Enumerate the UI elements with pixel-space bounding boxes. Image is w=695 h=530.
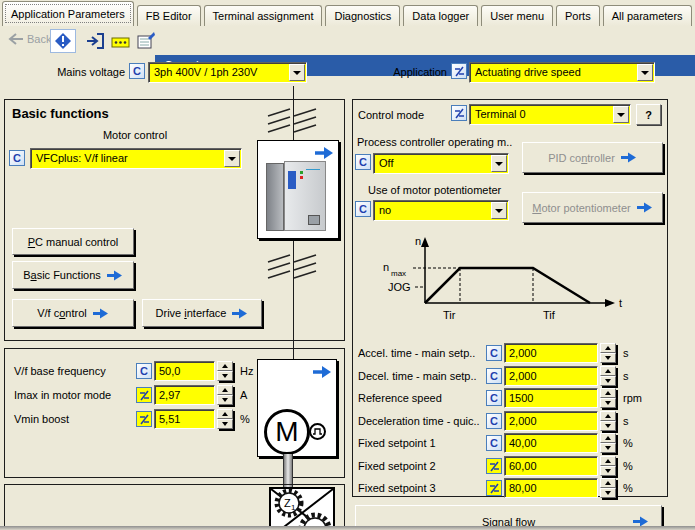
spin-up-icon[interactable]	[600, 433, 616, 443]
imax-motor-mode-input[interactable]	[154, 385, 215, 405]
inverter-logo-line	[306, 169, 320, 170]
spin-up-icon[interactable]	[600, 456, 616, 466]
spin-down-icon[interactable]	[600, 398, 616, 408]
reference-speed-input[interactable]	[504, 388, 598, 408]
spin-up-icon[interactable]	[600, 343, 616, 353]
spin-up-icon[interactable]	[600, 411, 616, 421]
properties-toolbar-button[interactable]	[133, 28, 159, 52]
application-combobox[interactable]: Actuating drive speed	[469, 62, 655, 83]
navigate-arrow-icon	[636, 201, 653, 214]
tab-all-parameters[interactable]: All parameters	[603, 5, 692, 26]
dropdown-arrow-icon[interactable]	[491, 155, 507, 172]
imax-motor-mode-stepper[interactable]	[217, 385, 233, 405]
drive-device-box[interactable]	[257, 140, 339, 239]
motor-symbol: M	[264, 409, 310, 455]
spin-down-icon[interactable]	[600, 466, 616, 476]
spin-up-icon[interactable]	[217, 361, 233, 371]
diagnostics-toolbar-button[interactable]	[50, 29, 76, 53]
unit-label: rpm	[623, 392, 642, 404]
spin-down-icon[interactable]	[600, 488, 616, 498]
spin-down-icon[interactable]	[217, 419, 233, 429]
pid-controller-button[interactable]: PID controller	[522, 142, 663, 173]
reference-speed-stepper[interactable]	[600, 388, 616, 408]
field-label: V/f base frequency	[14, 365, 106, 377]
motor-potentiometer-combobox[interactable]: no	[373, 200, 509, 221]
navigate-arrow-icon	[231, 307, 248, 320]
nmax-sub-label: max	[391, 269, 406, 278]
motor-control-combobox[interactable]: VFCplus: V/f linear	[30, 148, 242, 169]
field-label: Reference speed	[358, 392, 442, 404]
spin-down-icon[interactable]	[600, 353, 616, 363]
vf-base-frequency-input[interactable]	[154, 361, 215, 381]
control-mode-combobox[interactable]: Terminal 0	[469, 104, 631, 125]
accel-time-stepper[interactable]	[600, 343, 616, 363]
tab-diagnostics[interactable]: Diagnostics	[325, 5, 400, 26]
application-label: Application	[392, 66, 447, 78]
tab-data-logger[interactable]: Data logger	[403, 5, 478, 26]
c-badge-motor-control: C	[9, 150, 25, 166]
inverter-led-red	[300, 176, 303, 179]
pc-manual-control-button[interactable]: PC manual control	[12, 228, 134, 255]
control-mode-label: Control mode	[358, 109, 424, 121]
basic-functions-button[interactable]: Basic Functions	[12, 261, 134, 289]
toolbar: Back	[0, 26, 695, 55]
spin-down-icon[interactable]	[600, 443, 616, 453]
gearbox-icon: Z 1	[269, 487, 335, 530]
c-badge-mains: C	[129, 63, 145, 79]
navigate-arrow-icon	[312, 365, 332, 379]
unit-label: s	[623, 415, 629, 427]
motor-control-label: Motor control	[30, 129, 240, 141]
unit-label: %	[623, 482, 633, 494]
dropdown-arrow-icon[interactable]	[491, 202, 507, 219]
spin-up-icon[interactable]	[600, 388, 616, 398]
fixed-setpoint-3-stepper[interactable]	[600, 478, 616, 498]
spin-up-icon[interactable]	[217, 385, 233, 395]
tab-application-parameters[interactable]: Application Parameters	[2, 1, 134, 26]
vmin-boost-input[interactable]	[154, 409, 215, 429]
spin-up-icon[interactable]	[600, 478, 616, 488]
accel-time-input[interactable]	[504, 343, 598, 363]
online-changeable-badge-application	[451, 63, 467, 79]
spin-down-icon[interactable]	[217, 371, 233, 381]
spin-down-icon[interactable]	[217, 395, 233, 405]
tab-ports[interactable]: Ports	[556, 5, 600, 26]
vf-control-button[interactable]: V/f control	[12, 299, 134, 327]
spin-up-icon[interactable]	[217, 409, 233, 419]
navigate-arrow-icon	[92, 307, 109, 320]
goto-toolbar-button[interactable]	[82, 29, 108, 53]
basic-functions-title: Basic functions	[12, 106, 109, 121]
spin-up-icon[interactable]	[600, 366, 616, 376]
back-button[interactable]: Back	[8, 33, 51, 45]
fixed-setpoint-2-stepper[interactable]	[600, 456, 616, 476]
process-controller-combobox[interactable]: Off	[373, 153, 509, 174]
enter-arrow-icon	[85, 33, 105, 49]
fixed-setpoint-2-input[interactable]	[504, 456, 598, 476]
dropdown-arrow-icon[interactable]	[289, 64, 305, 81]
dropdown-arrow-icon[interactable]	[637, 64, 653, 81]
spin-down-icon[interactable]	[600, 421, 616, 431]
fixed-setpoint-3-input[interactable]	[504, 478, 598, 498]
mains-voltage-combobox[interactable]: 3ph 400V / 1ph 230V	[148, 62, 307, 83]
decel-time-stepper[interactable]	[600, 366, 616, 386]
axis-n-label: n	[415, 235, 421, 247]
quick-stop-decel-input[interactable]	[504, 411, 598, 431]
process-controller-label: Process controller operating m..	[357, 136, 512, 148]
help-button[interactable]: ?	[636, 104, 661, 125]
vmin-boost-stepper[interactable]	[217, 409, 233, 429]
quick-stop-decel-stepper[interactable]	[600, 411, 616, 431]
tab-terminal-assignment[interactable]: Terminal assignment	[204, 5, 323, 26]
dropdown-arrow-icon[interactable]	[613, 106, 629, 123]
fixed-setpoint-1-stepper[interactable]	[600, 433, 616, 453]
motor-potentiometer-button[interactable]: Motor potentiometer	[522, 192, 663, 223]
fixed-setpoint-1-input[interactable]	[504, 433, 598, 453]
application-window: Application Parameters FB Editor Termina…	[0, 0, 695, 530]
ramp-diagram: n n max JOG Tir Tif t	[355, 233, 665, 333]
dropdown-arrow-icon[interactable]	[224, 150, 240, 167]
spin-down-icon[interactable]	[600, 376, 616, 386]
decel-time-input[interactable]	[504, 366, 598, 386]
drive-interface-button[interactable]: Drive interface	[142, 299, 262, 327]
terminal-toolbar-button[interactable]	[108, 30, 134, 54]
tab-fb-editor[interactable]: FB Editor	[137, 5, 201, 26]
vf-base-frequency-stepper[interactable]	[217, 361, 233, 381]
tab-user-menu[interactable]: User menu	[481, 5, 553, 26]
